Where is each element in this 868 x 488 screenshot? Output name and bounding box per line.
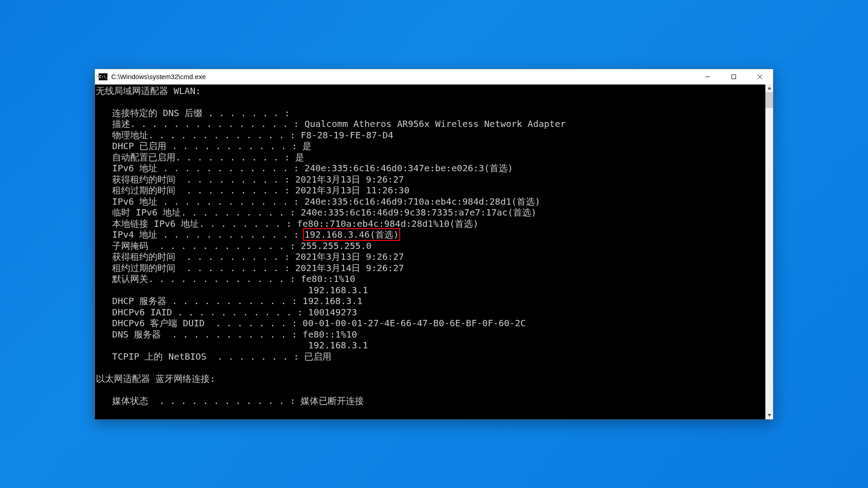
svg-rect-1 — [732, 75, 736, 79]
window-controls — [694, 69, 773, 84]
console-area: 无线局域网适配器 WLAN: 连接特定的 DNS 后缀 . . . . . . … — [95, 84, 773, 419]
scrollbar-thumb[interactable] — [765, 92, 773, 108]
scrollbar[interactable] — [765, 84, 773, 419]
scroll-down-button[interactable] — [765, 412, 773, 419]
scrollbar-track[interactable] — [765, 92, 773, 412]
minimize-button[interactable] — [694, 69, 721, 84]
desktop: C:\. C:\Windows\system32\cmd.exe 无线局域网适配… — [0, 0, 868, 488]
cmd-window: C:\. C:\Windows\system32\cmd.exe 无线局域网适配… — [94, 69, 774, 420]
titlebar[interactable]: C:\. C:\Windows\system32\cmd.exe — [95, 69, 773, 84]
ipv4-highlight: 192.168.3.46(首选) — [303, 228, 400, 241]
svg-marker-5 — [768, 414, 771, 417]
cmd-icon: C:\. — [99, 73, 108, 80]
svg-marker-4 — [768, 87, 771, 89]
console-output[interactable]: 无线局域网适配器 WLAN: 连接特定的 DNS 后缀 . . . . . . … — [95, 84, 765, 419]
window-title: C:\Windows\system32\cmd.exe — [111, 73, 206, 80]
scroll-up-button[interactable] — [765, 84, 773, 92]
title-left: C:\. C:\Windows\system32\cmd.exe — [95, 73, 206, 80]
close-button[interactable] — [747, 69, 773, 84]
maximize-button[interactable] — [721, 69, 747, 84]
